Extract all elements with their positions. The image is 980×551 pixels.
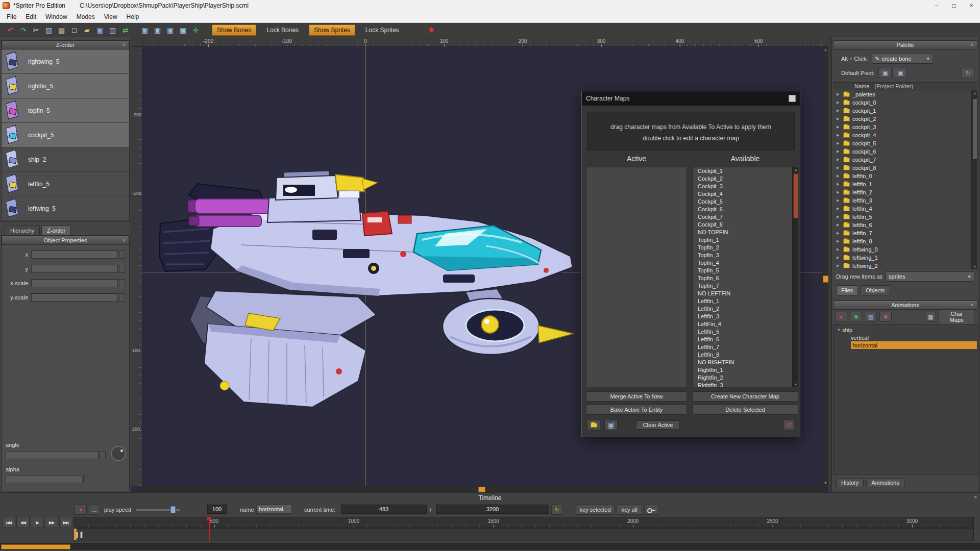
play-button[interactable]: ▶	[31, 517, 44, 528]
angle-spinner[interactable]	[100, 451, 106, 459]
history-tab[interactable]: History	[836, 478, 864, 487]
palette-folder-row[interactable]: ▶ cockpit_4	[833, 131, 977, 139]
go-to-end-button[interactable]: ▶▶|	[59, 517, 72, 528]
palette-folder-row[interactable]: ▶ cockpit_1	[833, 107, 977, 115]
expand-arrow-icon[interactable]: ▶	[837, 215, 842, 219]
play-speed-input[interactable]	[207, 505, 227, 514]
palette-folder-row[interactable]: ▶ cockpit_8	[833, 164, 977, 172]
character-map-item[interactable]: Topfin_6	[693, 274, 798, 282]
key-icon[interactable]	[644, 505, 658, 515]
palette-folder-row[interactable]: ▶ leftfin_2	[833, 188, 977, 196]
entity-row[interactable]: ▼ ship	[834, 326, 977, 334]
zorder-item[interactable]: rightwing_5	[2, 49, 129, 74]
scroll-down-icon[interactable]: ▼	[822, 480, 828, 486]
next-keyframe-button[interactable]: ▶▶	[45, 517, 58, 528]
zorder-item[interactable]: rightfin_5	[2, 74, 129, 98]
palette-folder-row[interactable]: ▶ leftfin_1	[833, 180, 977, 188]
character-map-item[interactable]: Leftfin_3	[693, 313, 798, 320]
minimize-button[interactable]: –	[928, 0, 945, 11]
zorder-item[interactable]: ship_2	[2, 147, 129, 172]
close-icon[interactable]: ×	[969, 302, 975, 309]
menu-item[interactable]: View	[100, 12, 122, 22]
revert-icon[interactable]: ↺	[783, 420, 794, 430]
character-map-item[interactable]: Rightfin_2	[693, 374, 798, 382]
zorder-item[interactable]: topfin_5	[2, 98, 129, 123]
expand-open-icon[interactable]: ▼	[837, 328, 842, 332]
palette-folder-row[interactable]: ▶ leftwing_2	[833, 262, 977, 269]
expand-arrow-icon[interactable]: ▶	[837, 182, 842, 186]
palette-folder-row[interactable]: ▶ cockpit_7	[833, 156, 977, 164]
record-icon[interactable]: ●	[75, 505, 87, 515]
character-map-item[interactable]: Rightfin_3	[693, 382, 798, 387]
menu-item[interactable]: Help	[122, 12, 144, 22]
cut-icon[interactable]: ✂	[30, 24, 42, 36]
expand-arrow-icon[interactable]: ▶	[837, 239, 842, 243]
fullscreen-icon[interactable]: ✛	[189, 24, 202, 36]
character-map-item[interactable]: Cockpit_6	[693, 206, 798, 213]
palette-folder-row[interactable]: ▶ leftwing_1	[833, 254, 977, 262]
clear-active-button[interactable]: Clear Active	[636, 420, 680, 430]
close-icon[interactable]: ×	[120, 237, 127, 244]
export-icon[interactable]: ⇄	[119, 24, 132, 36]
property-input[interactable]	[31, 279, 118, 287]
playhead[interactable]	[209, 517, 210, 541]
character-map-item[interactable]: Cockpit_2	[693, 175, 798, 183]
zorder-item[interactable]: cockpit_5	[2, 123, 129, 147]
character-map-item[interactable]: Leftfin_5	[693, 328, 798, 336]
expand-arrow-icon[interactable]: ▶	[837, 198, 842, 203]
horizontal-scroll-thumb[interactable]	[478, 487, 485, 492]
property-spinner[interactable]	[119, 265, 125, 273]
character-map-item[interactable]: Leftfin_1	[693, 297, 798, 305]
available-list-scrollbar[interactable]: ▲ ▼	[792, 167, 798, 387]
zorder-item[interactable]: leftwing_5	[2, 196, 129, 221]
close-icon[interactable]: ×	[969, 42, 975, 48]
alt-click-dropdown[interactable]: ✎ create bone ▼	[872, 54, 933, 64]
character-map-item[interactable]: Leftfin_6	[693, 336, 798, 343]
expand-arrow-icon[interactable]: ▶	[837, 101, 842, 105]
new-file-icon[interactable]: □	[68, 24, 81, 36]
palette-scroll-thumb[interactable]	[972, 98, 977, 160]
timeline-scroll-thumb[interactable]	[1, 544, 70, 549]
bomb-icon[interactable]: ✸	[428, 26, 435, 35]
zorder-item[interactable]: leftfin_5	[2, 172, 129, 196]
character-map-item[interactable]: LeftFin_4	[693, 320, 798, 328]
refresh-icon[interactable]: ↻	[961, 68, 974, 78]
more-options-button[interactable]: ...	[89, 505, 100, 515]
expand-arrow-icon[interactable]: ▶	[837, 133, 842, 137]
character-map-item[interactable]: Topfin_5	[693, 267, 798, 274]
lock-bones-toggle[interactable]: Lock Bones	[261, 24, 304, 36]
key-all-button[interactable]: key all	[617, 505, 642, 515]
available-scroll-thumb[interactable]	[793, 173, 798, 218]
close-button[interactable]: ×	[963, 0, 980, 11]
property-input[interactable]	[31, 265, 118, 273]
palette-folder-row[interactable]: ▶ leftfin_4	[833, 205, 977, 213]
character-map-item[interactable]: Cockpit_4	[693, 190, 798, 198]
panel-tab[interactable]: Z-order	[41, 226, 71, 235]
character-map-item[interactable]: Cockpit_7	[693, 213, 798, 221]
show-bones-toggle[interactable]: Show Bones	[212, 24, 256, 36]
palette-folder-row[interactable]: ▶ cockpit_2	[833, 115, 977, 123]
pivot-preset-icon[interactable]: ▣	[878, 68, 892, 78]
key-selected-button[interactable]: key selected	[576, 505, 615, 515]
viewport-layout-icon-3[interactable]: ▣	[164, 24, 177, 36]
expand-arrow-icon[interactable]: ▶	[837, 174, 842, 178]
palette-folder-row[interactable]: ▶ leftfin_8	[833, 237, 977, 245]
close-icon[interactable]: ×	[120, 42, 127, 48]
character-map-item[interactable]: Cockpit_1	[693, 167, 798, 175]
character-map-item[interactable]: Topfin_7	[693, 282, 798, 290]
character-map-item[interactable]: NO LEFTFIN	[693, 290, 798, 297]
copy-icon[interactable]: ▧	[42, 24, 55, 36]
palette-folder-row[interactable]: ▶ cockpit_6	[833, 147, 977, 156]
delete-animation-icon[interactable]: ✖	[879, 312, 892, 322]
canvas-horizontal-scrollbar[interactable]	[142, 486, 822, 492]
character-map-item[interactable]: Rightfin_1	[693, 366, 798, 374]
show-sprites-toggle[interactable]: Show Sprites	[309, 24, 355, 36]
bake-active-button[interactable]: Bake Active To Entity	[586, 405, 687, 415]
angle-dial[interactable]	[111, 446, 126, 461]
scroll-down-icon[interactable]: ▼	[972, 264, 978, 269]
palette-folder-row[interactable]: ▶ leftfin_0	[833, 172, 977, 180]
scroll-up-icon[interactable]: ▲	[972, 90, 978, 96]
grid-icon[interactable]: ▦	[925, 312, 936, 322]
save-icon[interactable]: ▣	[604, 420, 618, 430]
viewport-layout-icon-2[interactable]: ▣	[151, 24, 164, 36]
